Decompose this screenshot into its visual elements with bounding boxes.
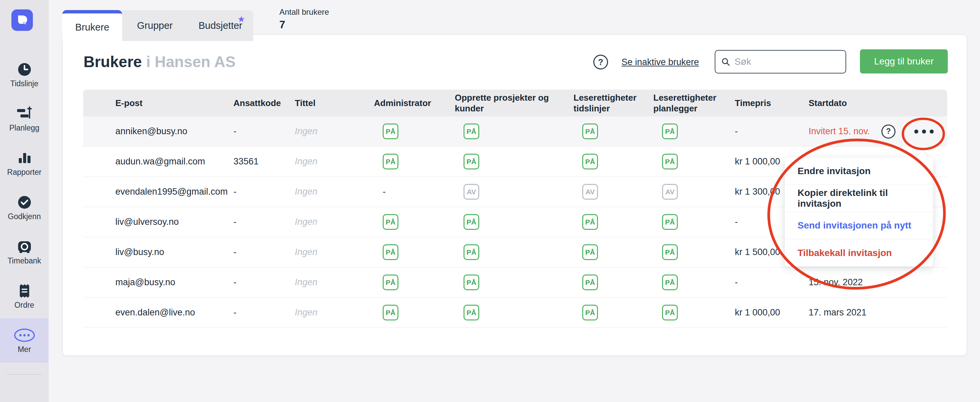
user-ansattkode: 33561 (234, 156, 295, 167)
lese-planlegger-toggle-cell: PÅ (653, 123, 735, 139)
help-icon[interactable]: ? (593, 55, 608, 69)
toggle-badge-on[interactable]: PÅ (582, 274, 598, 290)
sidebar-item-label: Ordre (14, 301, 34, 310)
toggle-badge-on[interactable]: PÅ (662, 244, 678, 260)
toggle-badge-on[interactable]: PÅ (463, 305, 479, 321)
lese-planlegger-toggle-cell: AV (653, 184, 735, 199)
bar-chart-icon (16, 150, 33, 166)
busy-logo[interactable] (11, 10, 33, 31)
invite-help-icon[interactable]: ? (881, 124, 896, 139)
user-ansattkode: - (234, 187, 295, 197)
sidebar-item-planlegg[interactable]: Planlegg (0, 97, 49, 141)
search-box[interactable] (715, 50, 846, 73)
user-tittel: Ingen (295, 247, 374, 257)
sidebar-item-label: Godkjenn (8, 212, 41, 221)
toggle-badge-on[interactable]: PÅ (582, 214, 598, 230)
lese-planlegger-toggle-cell: PÅ (653, 274, 735, 290)
admin-toggle-cell: PÅ (374, 123, 455, 139)
toggle-badge-on[interactable]: PÅ (662, 214, 678, 230)
admin-toggle-cell: PÅ (374, 305, 455, 321)
lese-tidslinjer-toggle-cell: PÅ (574, 274, 653, 290)
toggle-badge-on[interactable]: PÅ (463, 214, 479, 230)
toggle-badge-on[interactable]: PÅ (582, 305, 598, 321)
user-email: audun.wa@gmail.com (83, 156, 234, 167)
col-timepris: Timepris (735, 98, 809, 109)
add-user-button[interactable]: Legg til bruker (860, 49, 948, 73)
tab-budsjetter[interactable]: Budsjetter ★ (188, 10, 253, 41)
search-icon (721, 57, 730, 67)
clock-icon (16, 61, 33, 78)
toggle-badge-on[interactable]: PÅ (383, 244, 398, 260)
col-tittel: Tittel (295, 98, 374, 109)
tab-grupper[interactable]: Grupper (122, 10, 188, 41)
toggle-badge-on[interactable]: PÅ (582, 154, 598, 169)
tab-brukere[interactable]: Brukere (62, 10, 122, 41)
toggle-badge-on[interactable]: PÅ (463, 244, 479, 260)
toggle-badge-on[interactable]: PÅ (383, 274, 398, 290)
toggle-badge-on[interactable]: PÅ (463, 154, 479, 169)
toggle-badge-on[interactable]: PÅ (383, 123, 398, 139)
admin-toggle-cell: PÅ (374, 244, 455, 260)
sidebar-item-mer[interactable]: Mer (0, 318, 49, 362)
user-startdato: Invitert 15. nov. (809, 125, 874, 137)
toggle-badge-on[interactable]: PÅ (383, 214, 398, 230)
table-row[interactable]: even.dalen@live.no - Ingen PÅ PÅ PÅ PÅ k… (83, 298, 947, 328)
col-opprette: Opprette prosjekter og kunder (455, 92, 574, 114)
receipt-icon (16, 282, 33, 299)
sidebar-item-tidslinje[interactable]: Tidslinje (0, 53, 49, 97)
user-timepris: - (735, 126, 809, 137)
user-startdato: 17. mars 2021 (809, 306, 874, 319)
user-ansattkode: - (234, 277, 295, 287)
menu-item-endre-invitasjon[interactable]: Endre invitasjon (785, 158, 933, 185)
user-email: anniken@busy.no (83, 126, 234, 137)
toggle-badge-on[interactable]: PÅ (582, 244, 598, 260)
sidebar-item-label: Planlegg (10, 123, 40, 132)
toggle-badge-on[interactable]: PÅ (463, 274, 479, 290)
toggle-badge-on[interactable]: PÅ (662, 123, 678, 139)
lese-planlegger-toggle-cell: PÅ (653, 154, 735, 169)
toggle-badge-on[interactable]: PÅ (383, 154, 398, 169)
toggle-badge-on[interactable]: PÅ (582, 123, 598, 139)
menu-item-send-invitasjonen-p-nytt[interactable]: Send invitasjonen på nytt (785, 212, 933, 239)
user-tittel: Ingen (295, 307, 374, 318)
toggle-badge-on[interactable]: PÅ (463, 123, 479, 139)
menu-item-kopier-direktelink-til-invitasjon[interactable]: Kopier direktelink til invitasjon (785, 185, 933, 212)
admin-toggle-cell: - (374, 187, 455, 197)
toggle-badge-on[interactable]: PÅ (383, 305, 398, 321)
toggle-badge-on[interactable]: PÅ (662, 154, 678, 169)
user-count-value: 7 (279, 19, 329, 31)
menu-item-tilbakekall-invitasjon[interactable]: Tilbakekall invitasjon (785, 239, 933, 266)
sidebar-item-timebank[interactable]: Timebank (0, 230, 49, 274)
user-count: Antall brukere 7 (279, 7, 329, 31)
lese-tidslinjer-toggle-cell: PÅ (574, 244, 653, 260)
opprette-toggle-cell: PÅ (455, 123, 574, 139)
sidebar: Tidslinje Planlegg Rapporter Godkjenn Ti… (0, 0, 49, 402)
sidebar-item-ordre[interactable]: Ordre (0, 274, 49, 318)
sidebar-item-label: Tidslinje (10, 79, 38, 88)
user-tittel: Ingen (295, 126, 374, 137)
sidebar-item-label: Rapporter (7, 168, 41, 177)
sidebar-nav: Tidslinje Planlegg Rapporter Godkjenn Ti… (0, 53, 49, 362)
toggle-badge-off[interactable]: AV (582, 184, 598, 199)
toggle-badge-off[interactable]: AV (463, 184, 479, 199)
toggle-badge-off[interactable]: AV (662, 184, 678, 199)
company-name: i Hansen AS (146, 53, 236, 70)
show-inactive-users-link[interactable]: Se inaktive brukere (622, 57, 699, 67)
tab-bar: Brukere Grupper Budsjetter ★ (62, 10, 253, 41)
col-lese-plan: Leserettigheter planlegger (653, 92, 735, 114)
more-options-button[interactable] (913, 124, 935, 139)
table-row[interactable]: anniken@busy.no - Ingen PÅ PÅ PÅ PÅ - In… (83, 116, 947, 147)
toggle-badge-on[interactable]: PÅ (662, 305, 678, 321)
opprette-toggle-cell: PÅ (455, 154, 574, 169)
user-startdato-cell: 17. mars 2021 (809, 306, 947, 319)
user-count-label: Antall brukere (279, 7, 329, 17)
user-email: liv@ulversoy.no (83, 217, 234, 227)
search-input[interactable] (735, 56, 840, 67)
user-tittel: Ingen (295, 277, 374, 287)
sidebar-item-rapporter[interactable]: Rapporter (0, 141, 49, 185)
user-tittel: Ingen (295, 156, 374, 167)
sidebar-item-godkjenn[interactable]: Godkjenn (0, 185, 49, 230)
admin-toggle-cell: PÅ (374, 214, 455, 230)
table-row[interactable]: maja@busy.no - Ingen PÅ PÅ PÅ PÅ - 15. n… (83, 268, 947, 298)
toggle-badge-on[interactable]: PÅ (662, 274, 678, 290)
